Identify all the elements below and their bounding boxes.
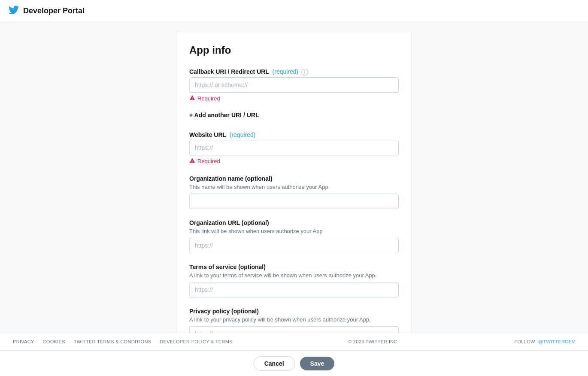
cancel-button[interactable]: Cancel [254, 356, 295, 371]
org-url-label: Organization URL (optional) [189, 219, 399, 226]
save-button[interactable]: Save [300, 357, 335, 370]
footer-developer-policy-link[interactable]: DEVELOPER POLICY & TERMS [160, 339, 232, 344]
org-name-description: This name will be shown when users autho… [189, 184, 399, 190]
website-url-section: Website URL (required) ! Required [189, 131, 399, 165]
terms-description: A link to your terms of service will be … [189, 272, 399, 279]
page-title: App info [189, 44, 399, 56]
portal-title: Developer Portal [23, 6, 85, 15]
footer-follow-handle-link[interactable]: @TWITTERDEV [538, 339, 575, 344]
org-url-input[interactable] [189, 238, 399, 253]
website-url-required-badge: (required) [230, 131, 256, 138]
footer-links: PRIVACY COOKIES TWITTER TERMS & CONDITIO… [13, 339, 233, 344]
website-url-input[interactable] [189, 140, 399, 155]
footer-copyright: © 2023 TWITTER INC. [348, 339, 399, 344]
warning-triangle-icon: ! [189, 95, 195, 102]
callback-uri-info-icon[interactable]: i [301, 69, 308, 76]
logo: Developer Portal [9, 5, 85, 18]
twitter-bird-icon [9, 5, 19, 18]
warning-triangle-icon-2: ! [189, 158, 195, 165]
footer-privacy-link[interactable]: PRIVACY [13, 339, 34, 344]
app-info-card: App info Callback URI / Redirect URL (re… [176, 31, 412, 370]
callback-uri-input[interactable] [189, 77, 399, 93]
org-name-section: Organization name (optional) This name w… [189, 175, 399, 209]
svg-text:!: ! [192, 160, 193, 163]
terms-section: Terms of service (optional) A link to yo… [189, 264, 399, 297]
footer: PRIVACY COOKIES TWITTER TERMS & CONDITIO… [0, 333, 588, 350]
callback-uri-error: ! Required [189, 95, 399, 102]
org-name-label: Organization name (optional) [189, 175, 399, 182]
header: Developer Portal [0, 0, 588, 22]
privacy-policy-label: Privacy policy (optional) [189, 308, 399, 315]
callback-uri-section: Callback URI / Redirect URL (required) i… [189, 68, 399, 121]
org-name-input[interactable] [189, 194, 399, 209]
privacy-policy-description: A link to your privacy policy will be sh… [189, 316, 399, 323]
footer-cookies-link[interactable]: COOKIES [43, 339, 65, 344]
callback-uri-label: Callback URI / Redirect URL (required) i [189, 68, 399, 76]
svg-text:!: ! [192, 97, 193, 100]
footer-follow: FOLLOW @TWITTERDEV [514, 339, 575, 344]
org-url-description: This link will be shown when users autho… [189, 228, 399, 234]
action-bar: Cancel Save [0, 350, 588, 376]
footer-twitter-terms-link[interactable]: TWITTER TERMS & CONDITIONS [74, 339, 152, 344]
main-content: App info Callback URI / Redirect URL (re… [0, 22, 588, 376]
website-url-label: Website URL (required) [189, 131, 399, 138]
add-another-uri-button[interactable]: + Add another URI / URL [189, 109, 259, 121]
website-url-error: ! Required [189, 158, 399, 165]
terms-input[interactable] [189, 282, 399, 297]
terms-label: Terms of service (optional) [189, 264, 399, 270]
callback-uri-required-badge: (required) [273, 68, 299, 75]
org-url-section: Organization URL (optional) This link wi… [189, 219, 399, 253]
